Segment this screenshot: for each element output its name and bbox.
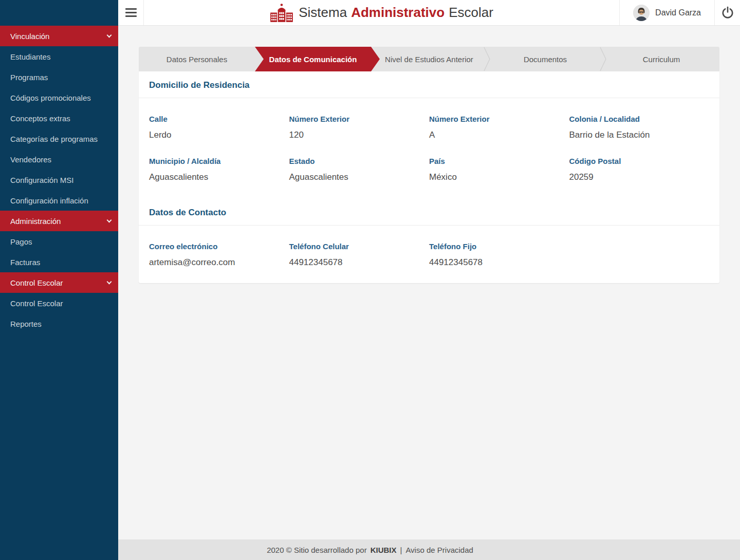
user-menu[interactable]: David Garza bbox=[619, 0, 714, 25]
sidebar-section-label: Control Escolar bbox=[10, 278, 63, 287]
field-value: A bbox=[429, 130, 569, 140]
avatar bbox=[633, 5, 650, 21]
sidebar-item-label: Vendedores bbox=[10, 155, 51, 164]
tab-label: Datos de Comunicación bbox=[269, 55, 357, 64]
field-label: Teléfono Celular bbox=[289, 242, 430, 251]
field-value: 44912345678 bbox=[289, 257, 430, 268]
sidebar-item-label: Configuración MSI bbox=[10, 176, 73, 184]
sidebar-item-label: Programas bbox=[10, 73, 48, 82]
top-header: Sistema Administrativo Escolar David Gar… bbox=[118, 0, 740, 26]
sidebar-item-label: Códigos promocionales bbox=[10, 94, 91, 102]
app-title-part2: Administrativo bbox=[351, 5, 445, 21]
form-card: Domicilio de Residencia Calle Lerdo Núme… bbox=[139, 71, 719, 283]
privacy-link[interactable]: Aviso de Privacidad bbox=[405, 546, 473, 554]
menu-toggle-button[interactable] bbox=[118, 0, 144, 25]
app-title: Sistema Administrativo Escolar bbox=[299, 5, 493, 21]
section-title-domicilio: Domicilio de Residencia bbox=[139, 71, 719, 98]
sidebar-section-administracion[interactable]: Administración bbox=[0, 211, 118, 231]
field-codigo-postal: Código Postal 20259 bbox=[569, 157, 710, 182]
sidebar-item-label: Reportes bbox=[10, 320, 42, 328]
tab-nivel-de-estudios-anterior[interactable]: Nivel de Estudios Anterior bbox=[371, 47, 487, 71]
sidebar-item-vendedores[interactable]: Vendedores bbox=[0, 149, 118, 170]
sidebar-item-label: Control Escolar bbox=[10, 299, 63, 308]
sidebar-item-label: Configuración inflación bbox=[10, 196, 88, 205]
field-label: Estado bbox=[289, 157, 430, 165]
field-label: Código Postal bbox=[569, 157, 710, 165]
sidebar-item-categorias-de-programas[interactable]: Categorías de programas bbox=[0, 128, 118, 149]
sidebar: Vinculación Estudiantes Programas Código… bbox=[0, 0, 118, 560]
field-label: Colonia / Localidad bbox=[569, 115, 710, 123]
field-value: Lerdo bbox=[149, 130, 289, 140]
tab-label: Documentos bbox=[524, 55, 567, 64]
app-title-part1: Sistema bbox=[299, 5, 347, 21]
tab-label: Curriculum bbox=[643, 55, 680, 64]
sidebar-item-conceptos-extras[interactable]: Conceptos extras bbox=[0, 108, 118, 128]
app-logo: Sistema Administrativo Escolar bbox=[144, 0, 619, 25]
user-name: David Garza bbox=[655, 8, 701, 17]
tab-datos-personales[interactable]: Datos Personales bbox=[139, 47, 255, 71]
field-value: México bbox=[429, 172, 569, 182]
chevron-down-icon bbox=[107, 279, 112, 284]
sidebar-item-reportes[interactable]: Reportes bbox=[0, 313, 118, 334]
sidebar-item-facturas[interactable]: Facturas bbox=[0, 252, 118, 272]
tab-curriculum[interactable]: Curriculum bbox=[603, 47, 719, 71]
field-colonia-localidad: Colonia / Localidad Barrio de la Estació… bbox=[569, 115, 710, 140]
field-value: 120 bbox=[289, 130, 430, 140]
sidebar-item-estudiantes[interactable]: Estudiantes bbox=[0, 46, 118, 67]
chevron-down-icon bbox=[107, 217, 112, 222]
page-footer: 2020 © Sitio desarrollado por KIUBIX | A… bbox=[118, 539, 740, 560]
footer-separator: | bbox=[400, 546, 402, 554]
field-pais: País México bbox=[429, 157, 569, 182]
field-label: Calle bbox=[149, 115, 289, 123]
field-telefono-fijo: Teléfono Fijo 44912345678 bbox=[429, 242, 569, 268]
field-value: artemisa@correo.com bbox=[149, 257, 289, 268]
field-numero-interior: Número Exterior A bbox=[429, 115, 569, 140]
wizard-tabs: Datos Personales Datos de Comunicación N… bbox=[139, 47, 719, 71]
app-title-part3: Escolar bbox=[449, 5, 493, 21]
tab-label: Nivel de Estudios Anterior bbox=[385, 55, 473, 64]
sidebar-section-control-escolar[interactable]: Control Escolar bbox=[0, 272, 118, 293]
sidebar-item-configuracion-inflacion[interactable]: Configuración inflación bbox=[0, 190, 118, 211]
field-value: Barrio de la Estación bbox=[569, 130, 710, 140]
chevron-down-icon bbox=[107, 32, 112, 38]
sidebar-item-pagos[interactable]: Pagos bbox=[0, 231, 118, 252]
field-numero-exterior: Número Exterior 120 bbox=[289, 115, 430, 140]
content-area: Datos Personales Datos de Comunicación N… bbox=[118, 26, 740, 539]
field-label: Teléfono Fijo bbox=[429, 242, 569, 251]
footer-text: 2020 © Sitio desarrollado por bbox=[267, 546, 367, 554]
field-label: País bbox=[429, 157, 569, 165]
tab-documentos[interactable]: Documentos bbox=[487, 47, 603, 71]
fields-contacto: Correo electrónico artemisa@correo.com T… bbox=[139, 226, 719, 271]
field-municipio-alcaldia: Municipio / Alcaldía Aguascalientes bbox=[149, 157, 289, 182]
field-value: 44912345678 bbox=[429, 257, 569, 268]
school-building-icon bbox=[270, 3, 293, 22]
field-label: Número Exterior bbox=[429, 115, 569, 123]
sidebar-item-codigos-promocionales[interactable]: Códigos promocionales bbox=[0, 87, 118, 108]
field-calle: Calle Lerdo bbox=[149, 115, 289, 140]
fields-domicilio: Calle Lerdo Número Exterior 120 Número E… bbox=[139, 98, 719, 185]
sidebar-section-vinculacion[interactable]: Vinculación bbox=[0, 26, 118, 46]
sidebar-item-programas[interactable]: Programas bbox=[0, 67, 118, 87]
sidebar-section-label: Administración bbox=[10, 217, 61, 226]
sidebar-item-configuracion-msi[interactable]: Configuración MSI bbox=[0, 170, 118, 190]
sidebar-item-label: Conceptos extras bbox=[10, 114, 70, 123]
field-correo-electronico: Correo electrónico artemisa@correo.com bbox=[149, 242, 289, 268]
field-telefono-celular: Teléfono Celular 44912345678 bbox=[289, 242, 430, 268]
sidebar-item-label: Categorías de programas bbox=[10, 135, 98, 143]
sidebar-item-label: Estudiantes bbox=[10, 52, 50, 61]
field-label: Municipio / Alcaldía bbox=[149, 157, 289, 165]
footer-brand: KIUBIX bbox=[371, 546, 397, 554]
sidebar-section-label: Vinculación bbox=[10, 32, 49, 41]
sidebar-item-label: Facturas bbox=[10, 258, 40, 267]
logout-button[interactable] bbox=[714, 0, 740, 25]
field-label: Número Exterior bbox=[289, 115, 430, 123]
sidebar-item-control-escolar[interactable]: Control Escolar bbox=[0, 293, 118, 313]
field-value: 20259 bbox=[569, 172, 710, 182]
field-estado: Estado Aguascalientes bbox=[289, 157, 430, 182]
sidebar-item-label: Pagos bbox=[10, 237, 32, 246]
power-icon bbox=[721, 6, 734, 20]
main-column: Sistema Administrativo Escolar David Gar… bbox=[118, 0, 740, 560]
hamburger-icon bbox=[125, 8, 137, 17]
tab-datos-de-comunicacion[interactable]: Datos de Comunicación bbox=[255, 47, 371, 71]
field-value: Aguascalientes bbox=[289, 172, 430, 182]
